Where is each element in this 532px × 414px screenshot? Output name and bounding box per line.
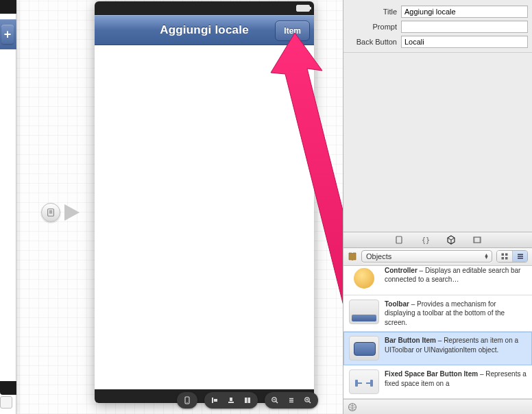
library-view-mode-segment xyxy=(496,250,528,263)
svg-rect-16 xyxy=(396,236,402,243)
svg-rect-4 xyxy=(245,398,247,403)
library-item-bar-button-item[interactable]: Bar Button Item – Represents an item on … xyxy=(343,332,532,365)
nav-right-bar-button-label: Item xyxy=(284,26,301,36)
chevron-right-icon xyxy=(64,204,80,221)
previous-minimap-button[interactable] xyxy=(0,396,12,409)
svg-point-3 xyxy=(186,402,187,403)
svg-line-7 xyxy=(276,401,278,403)
svg-rect-24 xyxy=(505,257,508,260)
object-library-list[interactable]: Controller – Displays an editable search… xyxy=(343,266,532,400)
book-icon xyxy=(348,252,357,261)
svg-rect-21 xyxy=(502,254,505,256)
library-item-toolbar[interactable]: Toolbar – Provides a mechanism for displ… xyxy=(343,295,532,332)
view-mode-grid-button[interactable] xyxy=(497,251,512,262)
zoom-in-button[interactable] xyxy=(302,394,314,406)
align-bottom-button[interactable] xyxy=(225,394,237,406)
objects-filter-label: Objects xyxy=(366,252,391,260)
svg-rect-22 xyxy=(505,254,508,256)
svg-rect-1 xyxy=(49,210,52,214)
attr-label: Title xyxy=(343,8,401,16)
svg-line-13 xyxy=(309,401,311,403)
library-thumb-icon xyxy=(349,300,379,324)
library-footer xyxy=(343,399,532,414)
svg-rect-23 xyxy=(502,257,505,260)
attributes-inspector: Title Prompt Back Button xyxy=(343,0,532,53)
filter-scope-icon[interactable] xyxy=(348,402,357,412)
nav-title: Aggiungi locale xyxy=(160,23,249,37)
back-button-field[interactable] xyxy=(401,36,528,48)
svg-rect-26 xyxy=(518,256,523,257)
svg-rect-25 xyxy=(518,254,523,256)
form-factor-pill xyxy=(177,392,197,409)
attr-row-title: Title xyxy=(343,4,532,19)
segue-badge-icon xyxy=(41,203,60,222)
attr-label: Back Button xyxy=(343,38,401,46)
title-field[interactable] xyxy=(401,5,528,18)
align-rects-button[interactable] xyxy=(241,394,254,406)
utilities-panel: Title Prompt Back Button {} Objects xyxy=(343,0,532,414)
zoom-out-button[interactable] xyxy=(269,394,281,406)
code-snippet-library-tab[interactable]: {} xyxy=(420,234,431,245)
svg-rect-27 xyxy=(518,258,523,259)
segue-arrow[interactable] xyxy=(41,203,80,222)
nav-right-bar-button[interactable]: Item xyxy=(275,21,310,41)
svg-rect-5 xyxy=(248,398,251,403)
svg-rect-19 xyxy=(474,237,475,243)
object-library-tab[interactable] xyxy=(446,234,457,245)
prompt-field[interactable] xyxy=(401,21,528,33)
plus-icon: + xyxy=(1,25,14,44)
objects-filter-popup[interactable]: Objects ▲▼ xyxy=(361,250,492,263)
svg-rect-20 xyxy=(479,237,481,243)
view-controller-scene[interactable]: Aggiungi locale Item xyxy=(95,1,314,403)
storyboard-canvas[interactable]: + Aggiungi locale Item xyxy=(0,0,343,414)
library-header: Objects ▲▼ xyxy=(343,248,532,266)
library-thumb-icon xyxy=(349,266,379,291)
attr-row-back-button: Back Button xyxy=(343,34,532,49)
svg-text:{}: {} xyxy=(422,236,430,244)
align-left-button[interactable] xyxy=(208,394,221,406)
attr-row-prompt: Prompt xyxy=(343,19,532,34)
scene-tool-pills xyxy=(177,392,318,409)
library-thumb-icon xyxy=(349,336,379,361)
scene-content-view[interactable] xyxy=(95,45,314,389)
layout-pill xyxy=(204,392,258,409)
library-tab-strip: {} xyxy=(343,232,532,248)
file-template-library-tab[interactable] xyxy=(394,234,404,245)
battery-icon xyxy=(296,5,310,12)
status-bar xyxy=(95,1,314,15)
attr-label: Prompt xyxy=(343,23,401,31)
navigation-bar[interactable]: Aggiungi locale Item xyxy=(95,15,314,45)
library-thumb-icon xyxy=(349,369,379,394)
previous-scene-sliver: + xyxy=(0,0,16,414)
view-mode-list-button[interactable] xyxy=(512,251,527,262)
previous-add-button[interactable]: + xyxy=(1,25,14,44)
popup-arrows-icon: ▲▼ xyxy=(484,254,489,259)
media-library-tab[interactable] xyxy=(472,234,483,245)
zoom-pill xyxy=(265,392,318,409)
zoom-actual-button[interactable] xyxy=(285,394,298,406)
device-type-button[interactable] xyxy=(181,394,193,406)
library-item-fixed-space[interactable]: Fixed Space Bar Button Item – Represents… xyxy=(343,365,532,399)
library-item-controller[interactable]: Controller – Displays an editable search… xyxy=(343,266,532,295)
